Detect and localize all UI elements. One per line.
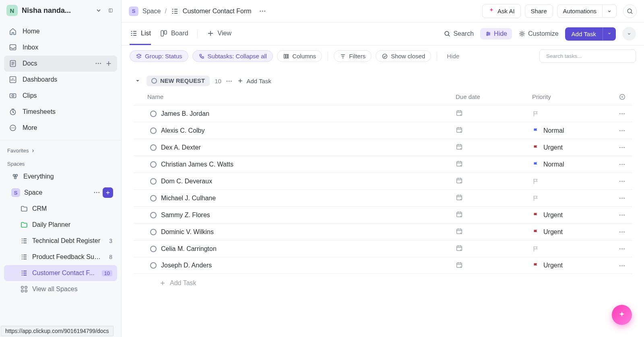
row-more-icon[interactable]: ··· — [613, 110, 632, 117]
task-row[interactable]: Celia M. Carrington ··· — [134, 240, 632, 257]
status-circle-icon[interactable] — [150, 161, 157, 168]
priority-cell[interactable] — [532, 110, 613, 117]
space-add-button[interactable] — [103, 187, 113, 198]
row-more-icon[interactable]: ··· — [613, 127, 632, 134]
group-add-task[interactable]: Add Task — [237, 78, 271, 84]
task-name[interactable]: James B. Jordan — [159, 110, 456, 117]
list-item[interactable]: Product Feedback Sur...8 — [4, 249, 117, 265]
nav-home[interactable]: Home — [4, 23, 117, 39]
nav-inbox[interactable]: Inbox — [4, 39, 117, 55]
view-all-spaces[interactable]: View all Spaces — [4, 281, 117, 297]
share-button[interactable]: Share — [525, 4, 553, 18]
due-date-cell[interactable] — [456, 160, 532, 168]
space-badge-crumb[interactable]: S — [129, 6, 138, 16]
task-name[interactable]: Joseph D. Anders — [159, 262, 456, 269]
task-row[interactable]: Sammy Z. Flores Urgent ··· — [134, 206, 632, 223]
due-date-cell[interactable] — [456, 143, 532, 152]
priority-cell[interactable] — [532, 245, 613, 253]
collapse-group-icon[interactable] — [134, 77, 142, 85]
breadcrumb-space[interactable]: Space — [142, 8, 161, 15]
add-task-dropdown[interactable] — [603, 27, 616, 41]
breadcrumb-more-icon[interactable]: ··· — [260, 8, 266, 15]
task-name[interactable]: Sammy Z. Flores — [159, 212, 456, 219]
col-due[interactable]: Due date — [456, 93, 532, 102]
row-more-icon[interactable]: ··· — [613, 262, 632, 269]
group-more-icon[interactable]: ··· — [226, 78, 233, 84]
due-date-cell[interactable] — [456, 194, 532, 202]
status-circle-icon[interactable] — [150, 111, 157, 117]
favorites-header[interactable]: Favorites — [0, 142, 121, 155]
row-more-icon[interactable]: ··· — [613, 212, 632, 218]
priority-cell[interactable] — [532, 178, 613, 185]
status-circle-icon[interactable] — [150, 195, 157, 201]
tab-list[interactable]: List — [130, 23, 151, 45]
add-column-button[interactable] — [613, 93, 632, 102]
add-task-row[interactable]: Add Task — [134, 274, 632, 287]
status-circle-icon[interactable] — [150, 178, 157, 185]
row-more-icon[interactable]: ··· — [613, 245, 632, 252]
breadcrumb-list[interactable]: Customer Contact Form — [183, 8, 252, 15]
task-name[interactable]: Christian James C. Watts — [159, 161, 456, 168]
add-view-button[interactable]: View — [206, 23, 231, 45]
nav-more-icon[interactable]: ··· — [95, 60, 102, 67]
task-row[interactable]: Alexis C. Colby Normal ··· — [134, 122, 632, 139]
group-by-pill[interactable]: Group: Status — [130, 50, 188, 62]
subtasks-pill[interactable]: Subtasks: Collapse all — [192, 50, 273, 62]
view-search-button[interactable]: Search — [444, 30, 474, 37]
space-more-icon[interactable]: ··· — [94, 189, 100, 196]
status-circle-icon[interactable] — [150, 262, 157, 269]
due-date-cell[interactable] — [456, 211, 532, 219]
status-circle-icon[interactable] — [150, 144, 157, 151]
due-date-cell[interactable] — [456, 109, 532, 118]
row-more-icon[interactable]: ··· — [613, 195, 632, 201]
priority-cell[interactable]: Urgent — [532, 228, 613, 236]
task-name[interactable]: Alexis C. Colby — [159, 127, 456, 134]
automations-dropdown[interactable] — [603, 4, 617, 18]
view-more-button[interactable] — [622, 27, 636, 41]
automations-button[interactable]: Automations — [557, 4, 603, 18]
priority-cell[interactable]: Urgent — [532, 144, 613, 151]
priority-cell[interactable]: Normal — [532, 127, 613, 134]
list-item[interactable]: Technical Debt Register3 — [4, 233, 117, 249]
priority-cell[interactable] — [532, 195, 613, 202]
nav-clips[interactable]: Clips — [4, 88, 117, 104]
task-name[interactable]: Michael J. Culhane — [159, 195, 456, 202]
customize-button[interactable]: Customize — [518, 30, 559, 37]
everything-link[interactable]: Everything — [4, 168, 117, 185]
task-name[interactable]: Dom C. Deveraux — [159, 178, 456, 185]
search-tasks-input[interactable]: Search tasks... — [539, 49, 636, 63]
row-more-icon[interactable]: ··· — [613, 228, 632, 235]
ask-ai-button[interactable]: Ask AI — [482, 4, 521, 18]
add-task-button[interactable]: Add Task — [565, 27, 603, 41]
row-more-icon[interactable]: ··· — [613, 144, 632, 151]
due-date-cell[interactable] — [456, 228, 532, 236]
task-row[interactable]: Dom C. Deveraux ··· — [134, 173, 632, 189]
global-search-button[interactable] — [623, 4, 637, 18]
collapse-sidebar-icon[interactable] — [107, 6, 115, 14]
nav-timesheets[interactable]: Timesheets — [4, 104, 117, 120]
nav-dashboards[interactable]: Dashboards — [4, 72, 117, 88]
task-row[interactable]: Dex A. Dexter Urgent ··· — [134, 139, 632, 156]
priority-cell[interactable]: Urgent — [532, 212, 613, 219]
task-row[interactable]: Joseph D. Anders Urgent ··· — [134, 257, 632, 274]
filters-pill[interactable]: Filters — [334, 50, 372, 62]
status-circle-icon[interactable] — [150, 212, 157, 218]
task-name[interactable]: Dominic V. Wilkins — [159, 228, 456, 236]
list-item[interactable]: Customer Contact F...10 — [4, 265, 117, 281]
due-date-cell[interactable] — [456, 126, 532, 135]
ai-fab[interactable] — [612, 305, 632, 325]
due-date-cell[interactable] — [456, 177, 532, 185]
hide-toggle[interactable]: Hide — [480, 28, 512, 39]
task-row[interactable]: Dominic V. Wilkins Urgent ··· — [134, 223, 632, 240]
workspace-switcher[interactable]: N Nisha nanda... — [0, 0, 121, 21]
task-name[interactable]: Celia M. Carrington — [159, 245, 456, 253]
nav-docs[interactable]: Docs··· — [4, 55, 117, 72]
nav-more[interactable]: More — [4, 120, 117, 136]
due-date-cell[interactable] — [456, 261, 532, 270]
list-item[interactable]: Daily Planner — [4, 217, 117, 233]
status-circle-icon[interactable] — [150, 229, 157, 235]
columns-pill[interactable]: Columns — [277, 50, 322, 62]
priority-cell[interactable]: Urgent — [532, 262, 613, 269]
hide-filters-link[interactable]: Hide — [443, 53, 463, 60]
col-priority[interactable]: Priority — [532, 93, 613, 102]
